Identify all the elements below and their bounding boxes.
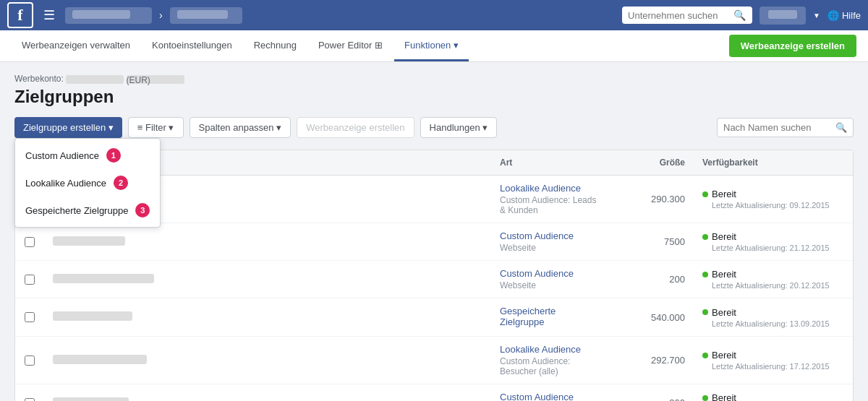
search-icon: 🔍 [733,9,746,21]
row-size-3: 540.000 [607,305,694,330]
nav-billing[interactable]: Rechnung [244,31,307,61]
company-search[interactable]: 🔍 [622,7,752,24]
page-content: Werbekonto: (EUR) Zielgruppen Zielgruppe… [0,62,868,401]
name-search-input[interactable] [723,122,832,133]
table-row: Custom Audience Webseite 300 Bereit Letz… [15,384,853,401]
status-dot-5 [702,395,708,401]
dropdown-item-lookalike[interactable]: Lookalike Audience 2 [15,169,160,197]
blurred-name-5 [53,397,129,402]
breadcrumb-2[interactable] [170,7,242,24]
row-type-2: Custom Audience Webseite [491,261,607,298]
row-status-1: Bereit Letzte Aktualisierung: 21.12.2015 [694,224,853,259]
checkbox-3[interactable] [25,312,35,322]
header-type[interactable]: Art [491,150,607,175]
columns-button[interactable]: Spalten anpassen ▾ [190,117,292,138]
fb-letter: f [17,6,22,25]
account-name [66,75,124,84]
blurred-name-2 [53,274,154,283]
filter-button[interactable]: ≡ Filter ▾ [128,117,184,138]
table-row: Custom Audience Webseite 200 Bereit Letz… [15,261,853,298]
row-name-1 [44,229,491,255]
company-search-input[interactable] [628,10,729,21]
row-size-4: 292.700 [607,348,694,373]
help-label: Hilfe [842,10,861,21]
breadcrumb-arrow: › [159,9,163,21]
row-name-3 [44,304,491,330]
badge-2: 2 [114,176,128,190]
checkbox-2[interactable] [25,275,35,285]
nav-power-editor[interactable]: Power Editor ⊞ [308,31,393,61]
table-row: Lookalike Audience Custom Audience: Besu… [15,337,853,384]
status-dot-2 [702,272,708,277]
status-dot-0 [702,191,708,197]
status-dot-1 [702,234,708,240]
actions-button[interactable]: Handlungen ▾ [420,117,498,138]
topbar-button[interactable] [760,7,806,25]
nav-bar: Werbeanzeigen verwalten Kontoeinstellung… [0,30,868,62]
row-size-0: 290.300 [607,186,694,212]
create-group-button[interactable]: Zielgruppe erstellen ▾ [14,117,122,138]
create-ad-button[interactable]: Werbeanzeige erstellen [729,35,856,57]
status-dot-4 [702,353,708,358]
nav-manage-ads[interactable]: Werbeanzeigen verwalten [12,31,140,61]
blurred-name-1 [53,236,125,246]
row-checkbox-2[interactable] [15,267,44,292]
create-group-dropdown: Custom Audience 1 Lookalike Audience 2 G… [14,138,161,228]
top-bar: f ☰ › 🔍 ▼ 🌐 Hilfe [0,0,868,30]
row-type-5: Custom Audience Webseite [491,384,607,401]
help-button[interactable]: 🌐 Hilfe [827,10,861,21]
row-size-2: 200 [607,267,694,292]
dropdown-item-custom-audience[interactable]: Custom Audience 1 [15,142,160,169]
blurred-name-4 [53,355,147,364]
dropdown-item-label-1: Custom Audience [25,150,99,161]
nav-account-settings[interactable]: Kontoeinstellungen [142,31,242,61]
row-name-5 [44,390,491,402]
checkbox-4[interactable] [25,355,35,366]
row-type-1: Custom Audience Webseite [491,223,607,260]
row-status-5: Bereit Letzte Aktualisierung: 21.12.2015 [694,385,853,401]
name-search[interactable]: 🔍 [717,118,854,137]
breadcrumb-1[interactable] [65,7,152,24]
badge-1: 1 [106,148,121,163]
dropdown-item-label-2: Lookalike Audience [25,178,106,189]
row-type-4: Lookalike Audience Custom Audience: Besu… [491,337,607,384]
badge-3: 3 [135,203,150,217]
row-checkbox-5[interactable] [15,391,44,402]
globe-icon: 🌐 [827,10,839,21]
row-size-5: 300 [607,390,694,401]
row-checkbox-3[interactable] [15,305,44,329]
row-status-3: Bereit Letzte Aktualisierung: 13.09.2015 [694,300,853,335]
row-status-0: Bereit Letzte Aktualisierung: 09.12.2015 [694,181,853,217]
blurred-name-3 [53,311,132,321]
dropdown-item-label-3: Gespeicherte Zielgruppe [25,205,128,216]
status-dot-3 [702,309,708,315]
table-row: Custom Audience Webseite 7500 Bereit Let… [15,223,853,261]
facebook-logo[interactable]: f [7,2,33,28]
header-availability[interactable]: Verfügbarkeit [694,150,853,175]
page-title: Zielgruppen [14,87,854,107]
account-currency: (EUR) [127,75,184,84]
dropdown-item-saved-group[interactable]: Gespeicherte Zielgruppe 3 [15,197,160,224]
table-row: Gespeicherte Zielgruppe 540.000 Bereit L… [15,298,853,337]
row-status-2: Bereit Letzte Aktualisierung: 20.12.2015 [694,262,853,297]
toolbar: Zielgruppe erstellen ▾ ≡ Filter ▾ Spalte… [14,117,854,138]
row-checkbox-1[interactable] [15,230,44,254]
row-size-1: 7500 [607,229,694,254]
row-name-2 [44,267,491,293]
account-label: Werbekonto: (EUR) [14,74,854,84]
row-type-0: Lookalike Audience Custom Audience: Lead… [491,176,607,223]
header-size[interactable]: Größe [607,150,694,175]
checkbox-5[interactable] [25,398,35,402]
create-ad-toolbar-button: Werbeanzeige erstellen [297,117,414,138]
hamburger-icon[interactable]: ☰ [41,4,58,26]
row-type-3: Gespeicherte Zielgruppe [491,298,607,336]
name-search-icon: 🔍 [835,122,847,133]
nav-functions[interactable]: Funktionen ▾ [394,31,469,61]
row-checkbox-4[interactable] [15,348,44,373]
topbar-dropdown-arrow[interactable]: ▼ [813,12,820,20]
row-status-4: Bereit Letzte Aktualisierung: 17.12.2015 [694,342,853,378]
row-name-4 [44,348,491,374]
checkbox-1[interactable] [25,237,35,247]
